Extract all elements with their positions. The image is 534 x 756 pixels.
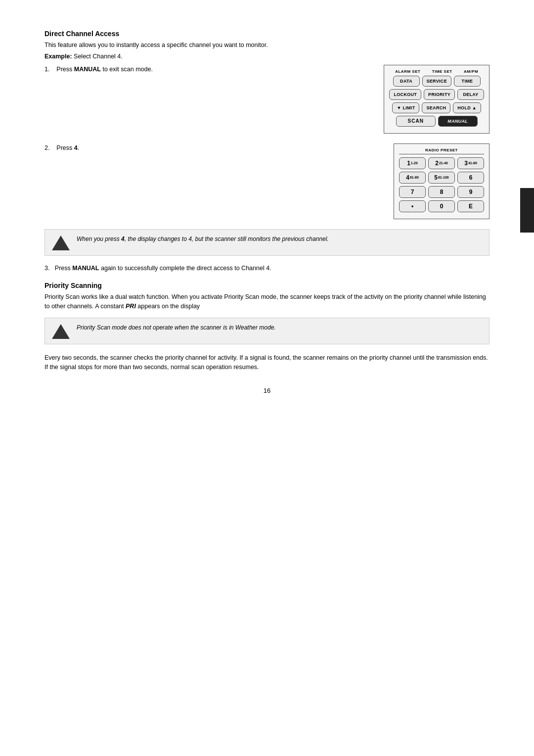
priority-para1: Priority Scan works like a dual watch fu…	[44, 292, 490, 311]
radio-preset-title: RADIO PRESET	[399, 148, 484, 154]
step-2: 2. Press 4. RADIO PRESET 11-20 221-40 34…	[44, 143, 490, 219]
key-data[interactable]: DATA	[393, 76, 420, 87]
pri-bold: PRI	[126, 303, 136, 310]
key-delay[interactable]: DELAY	[457, 89, 484, 100]
right-tab	[520, 188, 534, 233]
section-title-priority: Priority Scanning	[44, 282, 490, 289]
keypad-row-3: ▼ LIMIT SEARCH HOLD ▲	[389, 102, 484, 113]
key-1-20[interactable]: 11-20	[399, 157, 426, 169]
key-scan[interactable]: SCAN	[396, 116, 436, 127]
priority-para2: Every two seconds, the scanner checks th…	[44, 353, 490, 372]
key-lockout[interactable]: LOCKOUT	[389, 89, 421, 100]
key-manual[interactable]: MANUAL	[438, 116, 478, 127]
step1-text: Press	[56, 66, 74, 73]
label-alarm-set: ALARM SET	[395, 69, 420, 74]
key-0[interactable]: 0	[428, 200, 455, 212]
key-4-80[interactable]: 461-80	[399, 172, 426, 184]
key-3-60[interactable]: 341-60	[457, 157, 484, 169]
step3-num: 3.	[44, 265, 49, 272]
radio-row-3: 7 8 9	[399, 186, 484, 198]
note-icon-1: NOTE	[52, 235, 70, 250]
keypad-scan-manual: ALARM SET TIME SET AM/PM DATA SERVICE TI…	[384, 65, 490, 134]
step1-bold: MANUAL	[74, 66, 101, 73]
step3-text: Press	[55, 265, 72, 272]
key-5-100[interactable]: 581-100	[428, 172, 455, 184]
keypad-row-2: LOCKOUT PRIORITY DELAY	[389, 89, 484, 100]
note2-text: Priority Scan mode does not operate when…	[77, 323, 276, 332]
example-label: Example:	[44, 53, 72, 60]
key-dot[interactable]: •	[399, 200, 426, 212]
step3-suffix: again to successfully complete the direc…	[99, 265, 271, 272]
intro-text: This feature allows you to instantly acc…	[44, 41, 490, 50]
keypad-row-4: SCAN MANUAL	[389, 116, 484, 127]
key-search[interactable]: SEARCH	[422, 102, 450, 113]
key-7[interactable]: 7	[399, 186, 426, 198]
key-time[interactable]: TIME	[454, 76, 481, 87]
note1-text: When you press 4, the display changes to…	[77, 235, 329, 243]
key-e[interactable]: E	[457, 200, 484, 212]
step1-suffix: to exit scan mode.	[101, 66, 153, 73]
key-6[interactable]: 6	[457, 172, 484, 184]
step2-suffix: .	[78, 144, 79, 151]
page-number: 16	[44, 387, 490, 394]
label-ampm: AM/PM	[464, 69, 478, 74]
key-hold-up[interactable]: HOLD ▲	[453, 102, 481, 113]
keypad-radio-preset: RADIO PRESET 11-20 221-40 341-60 461-80 …	[394, 143, 490, 219]
key-service[interactable]: SERVICE	[422, 76, 451, 87]
example-text: Example: Select Channel 4.	[44, 53, 490, 60]
radio-row-2: 461-80 581-100 6	[399, 172, 484, 184]
radio-row-1: 11-20 221-40 341-60	[399, 157, 484, 169]
key-2-40[interactable]: 221-40	[428, 157, 455, 169]
step2-num: 2.	[44, 144, 49, 151]
step3-bold: MANUAL	[72, 265, 99, 272]
section-direct-channel: Direct Channel Access This feature allow…	[44, 30, 490, 272]
note-box-1: NOTE When you press 4, the display chang…	[44, 229, 490, 256]
label-time-set: TIME SET	[432, 69, 452, 74]
section-priority-scanning: Priority Scanning Priority Scan works li…	[44, 282, 490, 372]
key-priority[interactable]: PRIORITY	[424, 89, 455, 100]
keypad-row-1: DATA SERVICE TIME	[389, 76, 484, 87]
step-1: 1. Press MANUAL to exit scan mode. ALARM…	[44, 65, 490, 134]
step2-bold: 4	[74, 144, 78, 151]
keypad-top-labels: ALARM SET TIME SET AM/PM	[389, 69, 484, 74]
section-title-direct: Direct Channel Access	[44, 30, 490, 38]
key-9[interactable]: 9	[457, 186, 484, 198]
step1-num: 1.	[44, 66, 49, 73]
note-box-2: NOTE Priority Scan mode does not operate…	[44, 318, 490, 344]
example-value: Select Channel 4.	[74, 53, 123, 60]
step-3: 3. Press MANUAL again to successfully co…	[44, 265, 490, 272]
radio-row-4: • 0 E	[399, 200, 484, 212]
key-limit-down[interactable]: ▼ LIMIT	[392, 102, 419, 113]
step2-text: Press	[56, 144, 74, 151]
note-icon-2: NOTE	[52, 323, 70, 339]
key-8[interactable]: 8	[428, 186, 455, 198]
